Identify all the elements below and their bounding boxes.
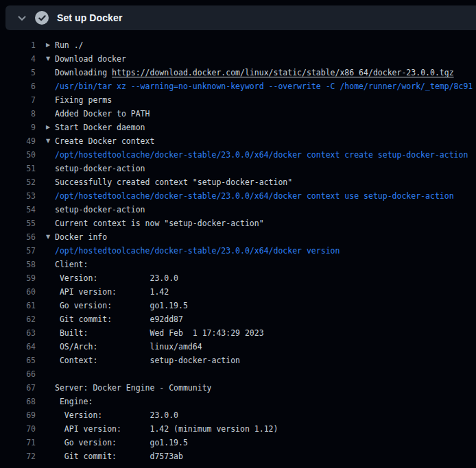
log-line: 64 OS/Arch: linux/amd64 [0, 340, 476, 354]
group-toggle-gutter [36, 203, 55, 217]
line-number[interactable]: 1 [0, 38, 36, 52]
log-text: API version: 1.42 (minimum version 1.12) [55, 422, 278, 436]
log-text: Built: Wed Feb 1 17:43:29 2023 [55, 326, 264, 340]
group-toggle-gutter [36, 93, 55, 107]
log-line: 65 Context: setup-docker-action [0, 354, 476, 367]
log-line[interactable]: 56▼Docker info [0, 230, 476, 244]
line-number[interactable]: 55 [0, 217, 36, 230]
log-line: 68 Engine: [0, 395, 476, 408]
collapse-step-button[interactable] [14, 10, 30, 26]
step-title: Set up Docker [57, 12, 122, 23]
line-number[interactable]: 52 [0, 175, 36, 189]
line-number[interactable]: 4 [0, 52, 36, 66]
log-text: Current context is now "setup-docker-act… [55, 217, 264, 230]
group-toggle-gutter [36, 271, 55, 285]
log-line[interactable]: 9▶Start Docker daemon [0, 121, 476, 134]
log-line: 59 Version: 23.0.0 [0, 271, 476, 285]
line-number[interactable]: 71 [0, 436, 36, 449]
line-number[interactable]: 68 [0, 395, 36, 408]
line-number[interactable]: 58 [0, 258, 36, 271]
log-line: 62 Git commit: e92dd87 [0, 312, 476, 326]
line-number[interactable]: 9 [0, 121, 36, 134]
group-toggle-gutter [36, 79, 55, 93]
log-line: 72 Git commit: d7573ab [0, 449, 476, 463]
line-number[interactable]: 59 [0, 271, 36, 285]
log-text: Context: setup-docker-action [55, 354, 240, 367]
group-toggle-gutter [36, 340, 55, 354]
group-label: Create Docker context [55, 134, 154, 148]
group-label: Download docker [55, 52, 126, 66]
log-line: 7Fixing perms [0, 93, 476, 107]
line-number[interactable]: 63 [0, 326, 36, 340]
group-toggle-gutter [36, 148, 55, 162]
command-text: /opt/hostedtoolcache/docker-stable/23.0.… [55, 244, 340, 258]
line-number[interactable]: 56 [0, 230, 36, 244]
log-text: Git commit: d7573ab [55, 449, 183, 463]
log-line: 51setup-docker-action [0, 162, 476, 175]
line-number[interactable]: 49 [0, 134, 36, 148]
group-toggle-gutter [36, 381, 55, 395]
group-toggle-gutter: ▶ [36, 121, 55, 134]
line-number[interactable]: 57 [0, 244, 36, 258]
log-text: OS/Arch: linux/amd64 [55, 340, 202, 354]
group-toggle-gutter: ▼ [36, 52, 55, 66]
group-expanded-icon[interactable]: ▼ [46, 230, 50, 244]
log-console: 1▶Run ./4▼Download docker5Downloading ht… [0, 30, 476, 468]
group-toggle-gutter [36, 436, 55, 449]
command-text: /opt/hostedtoolcache/docker-stable/23.0.… [55, 189, 454, 203]
line-number[interactable]: 67 [0, 381, 36, 395]
step-header[interactable]: Set up Docker [5, 5, 476, 30]
group-label: Docker info [55, 230, 107, 244]
group-toggle-gutter [36, 162, 55, 175]
log-text: API version: 1.42 [55, 285, 169, 299]
line-number[interactable]: 72 [0, 449, 36, 463]
group-toggle-gutter: ▶ [36, 38, 55, 52]
command-text: /usr/bin/tar xz --warning=no-unknown-key… [55, 79, 473, 93]
line-number[interactable]: 64 [0, 340, 36, 354]
log-line: 52Successfully created context "setup-do… [0, 175, 476, 189]
log-text: Server: Docker Engine - Community [55, 381, 211, 395]
line-number[interactable]: 66 [0, 367, 36, 381]
line-number[interactable]: 8 [0, 107, 36, 121]
group-label: Start Docker daemon [55, 121, 145, 134]
line-number[interactable]: 62 [0, 312, 36, 326]
group-collapsed-icon[interactable]: ▶ [46, 38, 50, 52]
command-text: /opt/hostedtoolcache/docker-stable/23.0.… [55, 148, 468, 162]
line-number[interactable]: 70 [0, 422, 36, 436]
log-link[interactable]: https://download.docker.com/linux/static… [112, 68, 454, 77]
log-line[interactable]: 4▼Download docker [0, 52, 476, 66]
group-toggle-gutter [36, 408, 55, 422]
line-number[interactable]: 60 [0, 285, 36, 299]
group-toggle-gutter [36, 66, 55, 79]
log-text: Added Docker to PATH [55, 107, 150, 121]
group-expanded-icon[interactable]: ▼ [46, 134, 50, 148]
line-number[interactable]: 65 [0, 354, 36, 367]
line-number[interactable]: 7 [0, 93, 36, 107]
log-line: 8Added Docker to PATH [0, 107, 476, 121]
log-line: 60 API version: 1.42 [0, 285, 476, 299]
log-text: Client: [55, 258, 88, 271]
step-success-check-icon [35, 11, 49, 25]
group-toggle-gutter: ▼ [36, 230, 55, 244]
group-toggle-gutter [36, 312, 55, 326]
log-line: 61 Go version: go1.19.5 [0, 299, 476, 312]
line-number[interactable]: 6 [0, 79, 36, 93]
group-toggle-gutter [36, 107, 55, 121]
line-number[interactable]: 51 [0, 162, 36, 175]
group-collapsed-icon[interactable]: ▶ [46, 121, 50, 134]
log-text: Go version: go1.19.5 [55, 299, 188, 312]
log-line[interactable]: 49▼Create Docker context [0, 134, 476, 148]
line-number[interactable]: 61 [0, 299, 36, 312]
group-expanded-icon[interactable]: ▼ [46, 52, 50, 66]
log-line: 54setup-docker-action [0, 203, 476, 217]
log-line: 70 API version: 1.42 (minimum version 1.… [0, 422, 476, 436]
line-number[interactable]: 54 [0, 203, 36, 217]
log-line: 71 Go version: go1.19.5 [0, 436, 476, 449]
log-line: 58Client: [0, 258, 476, 271]
line-number[interactable]: 5 [0, 66, 36, 79]
line-number[interactable]: 53 [0, 189, 36, 203]
line-number[interactable]: 50 [0, 148, 36, 162]
log-line[interactable]: 1▶Run ./ [0, 38, 476, 52]
line-number[interactable]: 69 [0, 408, 36, 422]
group-toggle-gutter [36, 449, 55, 463]
